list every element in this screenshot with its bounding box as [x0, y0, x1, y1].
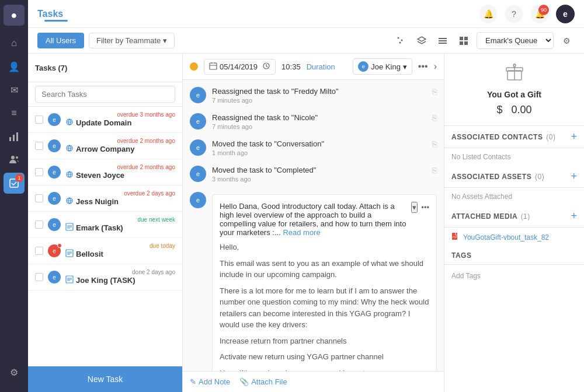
activity-content: Moved the task to "Conversation" 1 month… — [212, 139, 426, 156]
task-list-icon — [65, 275, 74, 285]
tags-input[interactable]: Add Tags — [451, 270, 577, 282]
tasks-sidebar: Tasks (7) e overdue 3 months ago — [28, 54, 183, 392]
avatar: e — [48, 244, 61, 257]
icon-bar: ● ⌂ 👤 ✉ ≡ 1 ⚙ — [0, 0, 28, 392]
task-meta: overdue 2 days ago Jess Nuigin — [65, 190, 175, 206]
task-checkbox[interactable] — [35, 194, 43, 202]
task-name: Jess Nuigin — [76, 197, 119, 206]
task-meta: overdue 3 months ago Update Domain — [65, 111, 175, 128]
nav-settings[interactable]: ⚙ — [4, 362, 25, 383]
task-item[interactable]: e due next week Emark (Task) — [28, 212, 182, 238]
task-status: due next week — [65, 216, 175, 223]
activity-text: Moved the task to "Completed" — [212, 166, 426, 174]
task-checkbox[interactable] — [35, 116, 43, 124]
list-view-btn[interactable] — [434, 33, 451, 49]
user-avatar[interactable]: e — [556, 5, 575, 23]
activity-text: Reassigned the task to "Nicole" — [212, 113, 426, 122]
date-field[interactable]: 05/14/2019 — [204, 59, 276, 75]
top-header-right: 🔔 ? 🔔 90 e — [479, 5, 575, 23]
activity-time: 7 minutes ago — [212, 123, 426, 130]
search-input[interactable] — [35, 86, 175, 103]
activity-time: 1 month ago — [212, 149, 426, 156]
nav-tasks[interactable]: 1 — [4, 173, 25, 194]
filter-by-teammate-btn[interactable]: Filter by Teammate ▾ — [89, 33, 175, 48]
associated-assets-header: ASSOCIATED ASSETS (0) + — [444, 166, 584, 188]
right-panel: You Got a Gift $ 0.00 ASSOCIATED CONTACT… — [444, 54, 584, 392]
assignee-select[interactable]: e Joe King ▾ — [353, 58, 412, 75]
email-preview: Hello Dana, Good introductory call today… — [220, 202, 406, 237]
task-item[interactable]: e due today Bellosit — [28, 238, 182, 264]
task-item[interactable]: e overdue 2 days ago Jess Nuigin — [28, 186, 182, 212]
activity-text: Reassigned the task to "Freddy Milto" — [212, 87, 426, 96]
task-name: Emark (Task) — [76, 223, 123, 232]
add-contact-btn[interactable]: + — [571, 131, 577, 143]
activity-content: Reassigned the task to "Nicole" 7 minute… — [212, 113, 426, 130]
more-options-btn[interactable]: ••• — [418, 61, 428, 72]
all-users-tab[interactable]: All Users — [37, 33, 84, 48]
copy-icon: ⎘ — [432, 87, 437, 104]
copy-icon: ⎘ — [432, 139, 437, 156]
email-more-btn[interactable]: ••• — [421, 202, 429, 213]
task-checkbox[interactable] — [35, 247, 43, 255]
task-name: Update Domain — [76, 118, 131, 127]
email-body: Hello, This email was sent to you as an … — [220, 242, 429, 371]
add-asset-btn[interactable]: + — [571, 170, 577, 183]
nav-contacts2[interactable] — [4, 149, 25, 170]
content-area: Tasks (7) e overdue 3 months ago — [28, 54, 584, 392]
task-checkbox[interactable] — [35, 220, 43, 229]
domain-icon — [65, 144, 74, 154]
task-checkbox[interactable] — [35, 142, 43, 150]
task-checkbox[interactable] — [35, 273, 43, 281]
task-checkbox[interactable] — [35, 168, 43, 176]
queue-settings-btn[interactable]: ⚙ — [558, 33, 575, 49]
email-line2: There is a lot more for me to learn but … — [220, 285, 429, 331]
queue-select[interactable]: Emark's Queue — [477, 32, 554, 49]
filter-icon-btn[interactable] — [392, 33, 409, 49]
notifications-btn[interactable]: 🔔 — [479, 5, 498, 23]
avatar: e — [48, 271, 61, 284]
nav-analytics[interactable] — [4, 126, 25, 147]
read-more-btn[interactable]: Read more — [283, 228, 320, 237]
gift-icon — [454, 63, 575, 85]
svg-rect-10 — [439, 40, 447, 41]
email-line1: This email was sent to you as an example… — [220, 258, 429, 281]
nav-email[interactable]: ✉ — [4, 79, 25, 100]
task-status: overdue 2 days ago — [65, 190, 175, 197]
add-note-btn[interactable]: ✎ Add Note — [190, 377, 230, 386]
tags-header: TAGS — [444, 247, 584, 265]
activity-avatar: e — [190, 166, 206, 182]
task-toolbar: 05/14/2019 10:35 Duration e Joe King ▾ •… — [183, 54, 444, 80]
alerts-btn[interactable]: 🔔 90 — [530, 5, 549, 23]
sub-header: All Users Filter by Teammate ▾ Emark's Q… — [28, 28, 584, 54]
tags-title: TAGS — [451, 251, 471, 260]
sort-tasks-btn[interactable] — [159, 60, 175, 76]
nav-home[interactable]: ⌂ — [4, 33, 25, 54]
new-task-button[interactable]: New Task — [28, 366, 182, 392]
grid-view-btn[interactable] — [456, 33, 472, 49]
avatar: e — [48, 139, 61, 152]
email-line4: Activate new return using YGAG partner c… — [220, 351, 429, 363]
activity-feed: e Reassigned the task to "Freddy Milto" … — [183, 80, 444, 371]
attached-media-title: ATTACHED MEDIA (1) — [451, 212, 530, 220]
avatar: e — [48, 218, 61, 231]
nav-lists[interactable]: ≡ — [4, 103, 25, 124]
file-item[interactable]: PDF YouGotaGift-vbout_task_82 — [451, 232, 577, 242]
add-media-btn[interactable]: + — [571, 210, 577, 222]
help-btn[interactable]: ? — [505, 5, 523, 23]
nav-contacts[interactable]: 👤 — [4, 56, 25, 77]
duration-btn[interactable]: Duration — [307, 62, 335, 71]
email-collapse-btn[interactable]: ▾ — [411, 202, 418, 213]
task-item[interactable]: e overdue 3 months ago Update Domain — [28, 107, 182, 133]
task-list: e overdue 3 months ago Update Domain — [28, 107, 182, 366]
activity-content: Reassigned the task to "Freddy Milto" 7 … — [212, 87, 426, 104]
task-item[interactable]: e overdue 2 months ago Steven Joyce — [28, 159, 182, 186]
next-task-btn[interactable]: › — [434, 61, 437, 72]
associated-assets-title: ASSOCIATED ASSETS (0) — [451, 173, 544, 181]
task-status: done 2 days ago — [65, 269, 175, 275]
activity-avatar: e — [190, 87, 206, 103]
task-meta: due today Bellosit — [65, 243, 175, 259]
task-item[interactable]: e done 2 days ago Joe King (TASK) — [28, 264, 182, 290]
layers-icon-btn[interactable] — [413, 33, 430, 49]
attach-file-btn[interactable]: 📎 Attach File — [239, 377, 287, 386]
task-item[interactable]: e overdue 2 months ago Arrow Company — [28, 133, 182, 159]
